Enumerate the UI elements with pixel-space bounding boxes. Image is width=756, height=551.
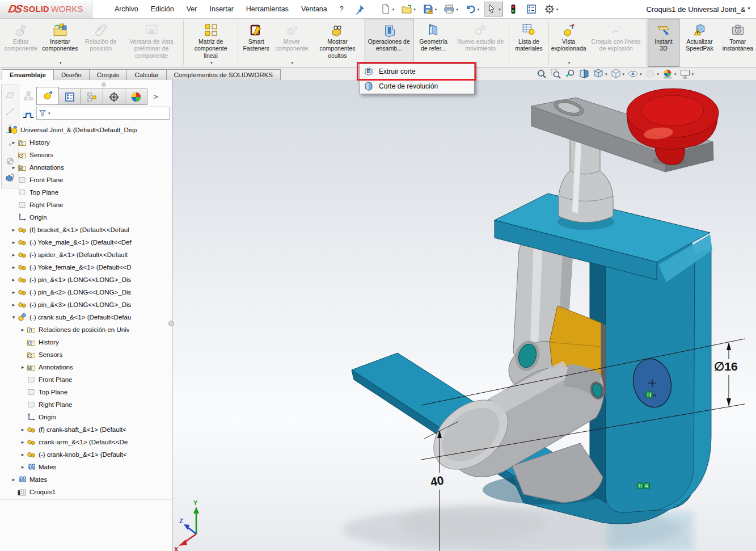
menu-archivo[interactable]: Archivo: [108, 2, 145, 16]
ribbon-insertar-componentes-button[interactable]: Insertar componentes▾: [39, 19, 81, 67]
tab-calcular[interactable]: Calcular: [126, 69, 166, 81]
tree-item-crank-knob-1-def[interactable]: ▸(-) crank-knob_&<1> (Default<: [0, 448, 171, 461]
tree-expander-icon[interactable]: ▸: [10, 140, 17, 145]
tree-item-sensors[interactable]: Sensors: [0, 149, 171, 161]
tree-item-relaciones-de-posicion-e[interactable]: ▸Relaciones de posición en Univ: [0, 323, 171, 336]
hud-hide-show-eye-button[interactable]: ▾: [627, 68, 642, 79]
tree-item-pin-3-long-long[interactable]: ▸(-) pin_&<3> (LONG<<LONG>_Dis: [0, 298, 171, 311]
tree-item-f-crank-shaft-1-de[interactable]: ▸(f) crank-shaft_&<1> (Default<: [0, 423, 171, 436]
panel-collapse-handle[interactable]: [168, 321, 174, 326]
panel-splitter-handle[interactable]: [102, 82, 106, 87]
hud-view-orientation-button[interactable]: ▾: [593, 68, 607, 79]
pushpin-icon[interactable]: [354, 4, 365, 15]
tree-expander-icon[interactable]: ▸: [10, 302, 17, 308]
qb-print-button[interactable]: ▾: [441, 2, 461, 16]
panel-tab-display-pane[interactable]: [58, 89, 81, 105]
hud-apply-scene-button[interactable]: ▾: [662, 68, 677, 79]
tree-expander-icon[interactable]: ▸: [10, 277, 17, 283]
qb-save-button[interactable]: ▾: [420, 2, 440, 16]
ribbon-mostrar-componentes-ocultos-button[interactable]: Mostrar componentes ocultos: [310, 19, 364, 67]
tree-expander-icon[interactable]: ▸: [19, 439, 26, 445]
qb-options-list-button[interactable]: [523, 2, 539, 16]
menu-item[interactable]: ?: [333, 2, 350, 16]
tree-item-history[interactable]: ▸History: [0, 136, 171, 149]
tree-item-origin[interactable]: Origin: [0, 211, 171, 224]
qb-select-button[interactable]: ▾: [484, 2, 503, 16]
hud-section-button[interactable]: [578, 68, 590, 79]
ribbon-matriz-componente-lineal-button[interactable]: Matriz de componente lineal▾: [185, 19, 236, 67]
model-3d-view[interactable]: 0 ∅16 40 Y: [172, 80, 756, 551]
hud-zoom-area-button[interactable]: [550, 68, 561, 79]
tree-expander-icon[interactable]: ▾: [10, 314, 17, 320]
tree-item-right-plane[interactable]: Right Plane: [0, 199, 171, 211]
tree-expander-icon[interactable]: ▸: [19, 464, 26, 470]
menu-ventana[interactable]: Ventana: [295, 2, 333, 16]
tree-filter-input[interactable]: ▾: [36, 107, 170, 120]
tree-expander-icon[interactable]: ▸: [19, 452, 26, 457]
panel-tab-dimxpert[interactable]: [103, 89, 125, 105]
qb-open-button[interactable]: ▾: [399, 2, 418, 16]
tree-expander-icon[interactable]: ▸: [10, 477, 17, 482]
qb-rebuild-button[interactable]: [505, 2, 521, 16]
ribbon-actualizar-speedpak-button[interactable]: Actualizar SpeedPak: [679, 19, 720, 67]
tree-expander-icon[interactable]: ▸: [19, 327, 26, 333]
tree-item-f-bracket-1-defaul[interactable]: ▸(f) bracket_&<1> (Default<<Defaul: [0, 224, 171, 236]
panel-tabs-overflow-button[interactable]: >: [151, 91, 161, 102]
qb-settings-button[interactable]: ▾: [542, 2, 561, 16]
tree-expander-icon[interactable]: ▸: [10, 165, 17, 170]
tree-item-mates[interactable]: ▸Mates: [0, 461, 171, 473]
step-bar-icon[interactable]: [23, 110, 34, 121]
menu-insertar[interactable]: Insertar: [203, 2, 239, 16]
dimension-diameter[interactable]: ∅16: [714, 342, 738, 406]
tab-diseno[interactable]: Diseño: [53, 69, 90, 81]
panel-tab-feature-tree[interactable]: [36, 87, 59, 105]
graphics-area[interactable]: 0 ∅16 40 Y: [0, 80, 756, 551]
tree-item-croquis1[interactable]: Croquis1: [0, 486, 171, 498]
tree-expander-icon[interactable]: ▸: [19, 427, 26, 432]
qb-new-button[interactable]: ▾: [378, 2, 397, 16]
menu-item-extruir-corte[interactable]: Extruir corte: [360, 64, 474, 79]
tree-item-yoke-male-1-defa[interactable]: ▸(-) Yoke_male_&<1> (Default<<Def: [0, 236, 171, 249]
ribbon-tomar-instantanea-button[interactable]: Tomar instantánea: [720, 19, 756, 67]
menu-herramientas[interactable]: Herramientas: [240, 2, 295, 16]
tree-expander-icon[interactable]: ▸: [10, 264, 17, 270]
tree-item-pin-1-long-long[interactable]: ▸(-) pin_&<1> (LONG<<LONG>_Dis: [0, 274, 171, 286]
menu-edicion[interactable]: Edición: [145, 2, 180, 16]
tree-item-universal-joint-defa[interactable]: Universal Joint_& (Default<Default_Disp: [0, 124, 171, 136]
tree-expander-icon[interactable]: ▸: [19, 364, 26, 370]
tree-item-crank-arm-1-default[interactable]: ▸crank-arm_&<1> (Default<<De: [0, 436, 171, 448]
hud-view-settings-button[interactable]: ▾: [679, 68, 694, 79]
tree-item-right-plane[interactable]: Right Plane: [0, 398, 171, 411]
crank-shaft[interactable]: [559, 139, 613, 222]
tree-item-yoke-female-1-de[interactable]: ▸(-) Yoke_female_&<1> (Default<<D: [0, 261, 171, 274]
tree-expander-icon[interactable]: ▸: [10, 227, 17, 233]
qb-undo-button[interactable]: ▾: [463, 2, 482, 16]
ribbon-instant-3d-button[interactable]: Instant 3D: [648, 19, 679, 67]
hud-prev-view-button[interactable]: [564, 68, 576, 79]
tree-item-front-plane[interactable]: Front Plane: [0, 373, 171, 386]
hud-display-style-button[interactable]: ▾: [610, 68, 625, 79]
ribbon-smart-fasteners-button[interactable]: Smart Fasteners: [239, 19, 273, 67]
tree-expander-icon[interactable]: ▸: [10, 252, 17, 258]
tree-item-spider-1-default[interactable]: ▸(-) spider_&<1> (Default<<Default: [0, 249, 171, 261]
tab-complementos-de-solidworks[interactable]: Complementos de SOLIDWORKS: [166, 69, 281, 81]
tab-ensamblaje[interactable]: Ensamblaje: [2, 69, 54, 81]
menu-ver[interactable]: Ver: [180, 2, 204, 16]
ribbon-geometria-de-referencia-button[interactable]: Geometría de refer...▾: [413, 19, 453, 67]
ribbon-lista-de-materiales-button[interactable]: Lista de materiales: [510, 19, 547, 67]
menu-item-corte-de-revolucion[interactable]: Corte de revolución: [360, 79, 474, 94]
tree-item-top-plane[interactable]: Top Plane: [0, 186, 171, 199]
tree-item-annotations[interactable]: ▸Annotations: [0, 161, 171, 174]
tree-item-pin-2-long-long[interactable]: ▸(-) pin_&<2> (LONG<<LONG>_Dis: [0, 286, 171, 298]
tree-item-sensors[interactable]: Sensors: [0, 348, 171, 361]
tab-croquis[interactable]: Croquis: [89, 69, 128, 81]
tree-expander-icon[interactable]: ▸: [10, 289, 17, 295]
hud-zoom-fit-button[interactable]: [536, 68, 547, 79]
panel-tab-configurations[interactable]: [81, 89, 103, 105]
tree-expander-icon[interactable]: ▸: [10, 239, 17, 245]
tree-item-crank-sub-1-defa[interactable]: ▾(-) crank sub_&<1> (Default<Defau: [0, 311, 171, 323]
ribbon-operaciones-de-ensamblaje-button[interactable]: Operaciones de ensamb...▾: [365, 19, 413, 67]
tree-item-front-plane[interactable]: Front Plane: [0, 174, 171, 186]
tree-item-origin[interactable]: Origin: [0, 411, 171, 423]
tree-item-mates[interactable]: ▸Mates: [0, 473, 171, 486]
